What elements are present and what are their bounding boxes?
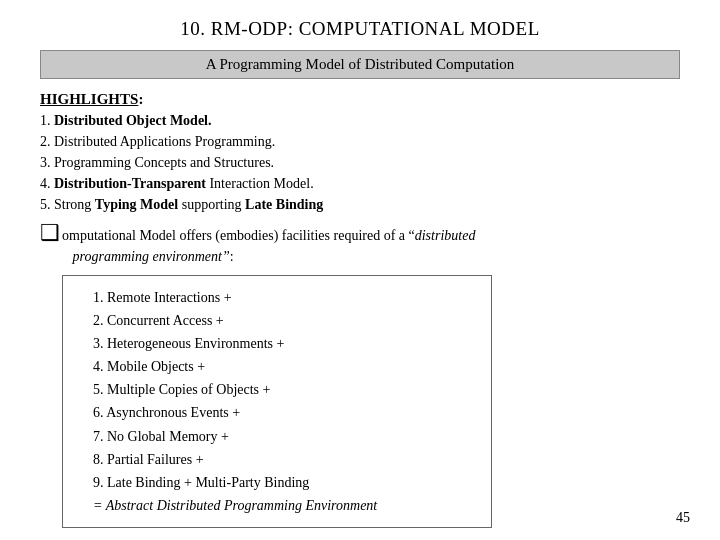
list-item: 6. Asynchronous Events +	[93, 401, 471, 424]
list-item-abstract: = Abstract Distributed Programming Envir…	[93, 494, 471, 517]
highlights-section: HIGHLIGHTS: 1. Distributed Object Model.…	[40, 91, 680, 215]
highlights-label: HIGHLIGHTS	[40, 91, 138, 107]
item-bold-2: Late Binding	[245, 197, 323, 212]
item-num: 2.	[40, 134, 54, 149]
item-bold: Typing Model	[95, 197, 178, 212]
list-item: 5. Strong Typing Model supporting Late B…	[40, 194, 680, 215]
subtitle-box: A Programming Model of Distributed Compu…	[40, 50, 680, 79]
list-item: 2. Distributed Applications Programming.	[40, 131, 680, 152]
bullet-section: ❑ omputational Model offers (embodies) f…	[40, 225, 680, 528]
list-item: 3. Heterogeneous Environments +	[93, 332, 471, 355]
page-number: 45	[676, 510, 690, 526]
inner-box: 1. Remote Interactions + 2. Concurrent A…	[62, 275, 492, 528]
bullet-text: omputational Model offers (embodies) fac…	[62, 228, 475, 264]
list-item: 4. Mobile Objects +	[93, 355, 471, 378]
bullet-content: omputational Model offers (embodies) fac…	[62, 225, 492, 528]
page: 10. RM-ODP: COMPUTATIONAL MODEL A Progra…	[0, 0, 720, 540]
inner-list: 1. Remote Interactions + 2. Concurrent A…	[93, 286, 471, 517]
list-item: 8. Partial Failures +	[93, 448, 471, 471]
item-num: 4.	[40, 176, 54, 191]
item-bold: Distribution-Transparent	[54, 176, 206, 191]
item-num: 5.	[40, 197, 54, 212]
bullet-icon: ❑	[40, 222, 60, 244]
page-title: 10. RM-ODP: COMPUTATIONAL MODEL	[40, 18, 680, 40]
list-item: 5. Multiple Copies of Objects +	[93, 378, 471, 401]
list-item: 1. Remote Interactions +	[93, 286, 471, 309]
list-item: 3. Programming Concepts and Structures.	[40, 152, 680, 173]
bullet-italic: distributed programming environment”	[62, 228, 475, 264]
item-num: 3.	[40, 155, 54, 170]
list-item: 2. Concurrent Access +	[93, 309, 471, 332]
list-item: 1. Distributed Object Model.	[40, 110, 680, 131]
list-item: 7. No Global Memory +	[93, 425, 471, 448]
highlights-list: 1. Distributed Object Model. 2. Distribu…	[40, 110, 680, 215]
item-num: 1.	[40, 113, 54, 128]
list-item: 9. Late Binding + Multi-Party Binding	[93, 471, 471, 494]
list-item: 4. Distribution-Transparent Interaction …	[40, 173, 680, 194]
highlights-colon: :	[138, 91, 143, 107]
item-bold: Distributed Object Model.	[54, 113, 211, 128]
